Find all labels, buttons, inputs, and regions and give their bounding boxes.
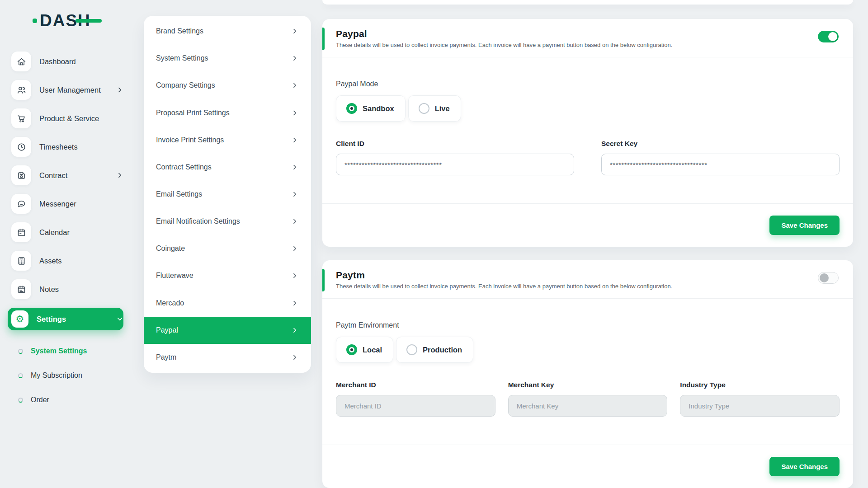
sidebar-item[interactable]: Messenger — [8, 194, 123, 214]
sidebar-item[interactable]: Notes — [8, 279, 123, 299]
field-label: Secret Key — [601, 140, 840, 148]
mode-option-label: Production — [423, 346, 462, 354]
settings-menu-item[interactable]: Flutterwave — [144, 262, 311, 289]
sidebar-item[interactable]: Contract — [8, 165, 123, 185]
form-field: Merchant ID — [336, 381, 495, 417]
settings-menu-item[interactable]: Contract Settings — [144, 154, 311, 181]
save-changes-button[interactable]: Save Changes — [769, 457, 840, 476]
chevron-right-icon — [116, 86, 123, 94]
mode-option[interactable]: Live — [408, 95, 461, 122]
bullet-icon — [18, 398, 23, 403]
radio-icon — [346, 103, 357, 114]
settings-menu-item-label: Coingate — [156, 244, 291, 253]
calculator-icon — [11, 251, 31, 271]
chevron-right-icon — [291, 191, 298, 198]
field-input[interactable] — [508, 395, 668, 417]
settings-menu-item[interactable]: Coingate — [144, 235, 311, 262]
sidebar-item-label: Timesheets — [39, 143, 123, 151]
cart-icon — [11, 108, 31, 128]
settings-menu-item[interactable]: Paypal — [144, 317, 311, 344]
field-label: Merchant Key — [508, 381, 668, 389]
sidebar-item-label: Notes — [39, 285, 123, 294]
settings-menu-item[interactable]: Company Settings — [144, 72, 311, 99]
settings-menu-item[interactable]: Proposal Print Settings — [144, 99, 311, 126]
paypal-card: Paypal These details will be used to col… — [322, 19, 853, 247]
paypal-card-body: Paypal Mode Sandbox Live Client ID — [322, 57, 853, 203]
paypal-fields: Client ID Secret Key — [336, 140, 840, 175]
sidebar-nav: Dashboard User Management Product & Serv… — [0, 52, 131, 330]
radio-icon — [406, 344, 417, 355]
previous-card-edge — [322, 0, 853, 5]
contract-icon — [11, 165, 31, 185]
settings-menu-item[interactable]: Brand Settings — [144, 18, 311, 45]
mode-option[interactable]: Production — [396, 337, 473, 363]
gear-icon: ⚙ — [11, 310, 28, 328]
settings-menu-item-label: Invoice Print Settings — [156, 136, 291, 144]
green-accent-bar — [322, 269, 325, 291]
users-icon — [11, 80, 31, 100]
paytm-card-body: Paytm Environment Local Production Merch… — [322, 299, 853, 445]
chevron-right-icon — [116, 315, 123, 323]
logo-dash-bar — [75, 19, 102, 23]
logo-dot — [33, 19, 37, 23]
sidebar-item[interactable]: Assets — [8, 251, 123, 271]
chevron-right-icon — [291, 327, 298, 334]
sidebar-sub-item-label: Order — [31, 396, 49, 404]
field-input[interactable] — [336, 154, 574, 175]
paytm-environment-options: Local Production — [336, 337, 840, 363]
save-changes-button[interactable]: Save Changes — [769, 216, 840, 235]
sidebar-sub-item[interactable]: My Subscription — [0, 363, 131, 388]
sidebar-item-label: User Management — [39, 86, 116, 94]
sidebar-item[interactable]: Timesheets — [8, 137, 123, 157]
mode-option[interactable]: Local — [336, 337, 393, 363]
settings-menu-item[interactable]: Email Notification Settings — [144, 208, 311, 235]
sidebar-item-label: Assets — [39, 257, 123, 265]
paypal-card-header: Paypal These details will be used to col… — [322, 19, 853, 57]
form-field: Merchant Key — [508, 381, 668, 417]
chat-icon — [11, 194, 31, 214]
settings-menu-item[interactable]: Email Settings — [144, 181, 311, 208]
home-icon — [11, 52, 31, 71]
sidebar-sub-item[interactable]: Order — [0, 388, 131, 412]
sidebar-item[interactable]: Product & Service — [8, 108, 123, 128]
bullet-icon — [18, 349, 23, 354]
settings-menu-item-label: Email Settings — [156, 190, 291, 198]
settings-menu-panel: Brand Settings System Settings Company S… — [144, 16, 311, 373]
sidebar-sub-item[interactable]: System Settings — [0, 339, 131, 363]
calendar-icon — [11, 222, 31, 242]
mode-option-label: Live — [435, 104, 450, 113]
sidebar-sub-item-label: System Settings — [31, 347, 87, 355]
sidebar-item[interactable]: Calendar — [8, 222, 123, 242]
chevron-right-icon — [116, 172, 123, 179]
sidebar-item-label: Contract — [39, 171, 116, 180]
field-input[interactable] — [680, 395, 840, 417]
chevron-right-icon — [291, 354, 298, 361]
paypal-toggle[interactable] — [818, 31, 839, 42]
settings-menu-item[interactable]: System Settings — [144, 45, 311, 72]
form-field: Client ID — [336, 140, 574, 175]
field-input[interactable] — [601, 154, 840, 175]
sidebar-item-label: Settings — [37, 315, 116, 324]
settings-menu-item-label: Paytm — [156, 353, 291, 361]
sidebar: DASH Dashboard User Management Product &… — [0, 0, 131, 488]
settings-menu-item[interactable]: Mercado — [144, 290, 311, 317]
settings-menu-item-label: System Settings — [156, 54, 291, 62]
field-input[interactable] — [336, 395, 495, 417]
settings-menu-item-label: Proposal Print Settings — [156, 109, 291, 117]
main-content: Paypal These details will be used to col… — [322, 0, 853, 488]
sidebar-item-label: Dashboard — [39, 57, 123, 66]
chevron-right-icon — [291, 300, 298, 307]
settings-menu-item[interactable]: Invoice Print Settings — [144, 127, 311, 154]
sidebar-item[interactable]: User Management — [8, 80, 123, 100]
chevron-right-icon — [291, 28, 298, 35]
settings-menu-item-label: Brand Settings — [156, 27, 291, 35]
green-accent-bar — [322, 28, 325, 50]
paytm-environment-label: Paytm Environment — [336, 321, 840, 329]
settings-menu-item[interactable]: Paytm — [144, 344, 311, 371]
paytm-toggle[interactable] — [818, 272, 839, 284]
field-label: Client ID — [336, 140, 574, 148]
mode-option[interactable]: Sandbox — [336, 95, 406, 122]
sidebar-item[interactable]: ⚙ Settings — [8, 308, 123, 330]
sidebar-item[interactable]: Dashboard — [8, 52, 123, 71]
settings-menu-item-label: Mercado — [156, 299, 291, 307]
